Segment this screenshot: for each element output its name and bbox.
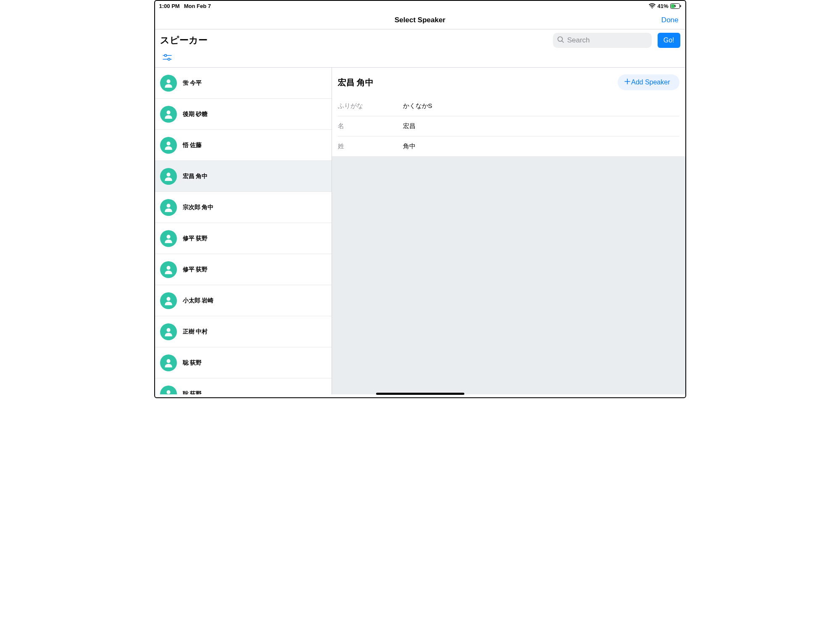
svg-point-17	[166, 328, 170, 332]
status-time: 1:00 PM	[159, 3, 180, 9]
status-bar: 1:00 PM Mon Feb 7 41%	[155, 1, 685, 11]
search-box[interactable]	[553, 33, 652, 48]
detail-label: ふりがな	[338, 102, 403, 110]
speaker-name: 悟 佐藤	[183, 142, 202, 149]
detail-title: 宏昌 角中	[338, 77, 374, 88]
svg-point-16	[166, 297, 170, 301]
speaker-name: 修平 荻野	[183, 235, 208, 242]
avatar-icon	[160, 292, 177, 309]
sub-header: スピーカー Go!	[155, 29, 685, 48]
list-item[interactable]: 宏昌 角中	[155, 161, 332, 192]
list-item[interactable]: 後期 砂糖	[155, 99, 332, 130]
svg-point-9	[166, 79, 170, 83]
list-item[interactable]: 蛍 今平	[155, 68, 332, 99]
svg-point-6	[164, 55, 166, 57]
section-title: スピーカー	[160, 34, 208, 47]
svg-point-19	[166, 390, 170, 394]
svg-point-14	[166, 235, 170, 239]
list-item[interactable]: 正樹 中村	[155, 316, 332, 347]
detail-value: 宏昌	[403, 122, 416, 130]
avatar-icon	[160, 168, 177, 185]
list-item[interactable]: 修平 荻野	[155, 223, 332, 254]
list-item[interactable]: 宗次郎 角中	[155, 192, 332, 223]
avatar-icon	[160, 230, 177, 247]
list-item[interactable]: 修平 荻野	[155, 254, 332, 285]
avatar-icon	[160, 261, 177, 278]
detail-label: 名	[338, 122, 403, 130]
avatar-icon	[160, 106, 177, 123]
device-frame: 1:00 PM Mon Feb 7 41% Select Speaker Don…	[154, 0, 686, 398]
wifi-icon	[649, 3, 656, 8]
svg-point-10	[166, 110, 170, 114]
speaker-name: 宗次郎 角中	[183, 204, 214, 211]
add-speaker-button[interactable]: Add Speaker	[618, 74, 679, 90]
list-item[interactable]: 小太郎 岩崎	[155, 285, 332, 316]
battery-icon	[670, 3, 681, 9]
detail-header: 宏昌 角中 Add Speaker	[332, 68, 685, 96]
plus-icon	[624, 79, 630, 86]
detail-value: かくなかS	[403, 102, 432, 110]
add-speaker-label: Add Speaker	[631, 79, 670, 86]
detail-panel: 宏昌 角中 Add Speaker ふりがなかくなかS名宏昌姓角中	[332, 68, 685, 394]
avatar-icon	[160, 75, 177, 92]
svg-point-12	[166, 173, 170, 176]
search-icon	[557, 36, 564, 45]
avatar-icon	[160, 199, 177, 216]
avatar-icon	[160, 354, 177, 371]
content-split: 蛍 今平後期 砂糖悟 佐藤宏昌 角中宗次郎 角中修平 荻野修平 荻野小太郎 岩崎…	[155, 68, 685, 394]
svg-point-11	[166, 142, 170, 145]
list-item[interactable]: 聡 荻野	[155, 378, 332, 394]
speaker-name: 修平 荻野	[183, 266, 208, 273]
detail-value: 角中	[403, 142, 416, 150]
avatar-icon	[160, 386, 177, 395]
svg-point-15	[166, 266, 170, 270]
list-item[interactable]: 悟 佐藤	[155, 130, 332, 161]
speaker-name: 蛍 今平	[183, 79, 202, 87]
svg-point-8	[168, 58, 170, 60]
list-item[interactable]: 聡 荻野	[155, 347, 332, 378]
svg-rect-1	[671, 4, 674, 8]
speaker-name: 後期 砂糖	[183, 110, 208, 118]
speaker-name: 小太郎 岩崎	[183, 297, 214, 304]
svg-point-18	[166, 359, 170, 363]
go-button[interactable]: Go!	[658, 33, 680, 48]
filter-icon[interactable]	[163, 54, 172, 63]
nav-header: Select Speaker Done	[155, 11, 685, 29]
detail-row: 姓角中	[338, 136, 679, 156]
page-title: Select Speaker	[395, 16, 445, 24]
avatar-icon	[160, 323, 177, 340]
home-indicator	[376, 393, 464, 395]
speaker-list[interactable]: 蛍 今平後期 砂糖悟 佐藤宏昌 角中宗次郎 角中修平 荻野修平 荻野小太郎 岩崎…	[155, 68, 332, 394]
detail-row: 名宏昌	[338, 116, 679, 136]
speaker-name: 聡 荻野	[183, 359, 202, 367]
avatar-icon	[160, 137, 177, 154]
filter-row	[155, 48, 685, 68]
status-battery-percent: 41%	[657, 3, 668, 9]
detail-row: ふりがなかくなかS	[338, 96, 679, 116]
speaker-name: 聡 荻野	[183, 390, 202, 395]
search-input[interactable]	[567, 36, 656, 45]
status-date: Mon Feb 7	[184, 3, 211, 9]
detail-label: 姓	[338, 142, 403, 150]
detail-section: ふりがなかくなかS名宏昌姓角中	[332, 96, 685, 156]
svg-line-4	[562, 41, 564, 42]
svg-point-13	[166, 204, 170, 207]
speaker-name: 正樹 中村	[183, 328, 208, 336]
done-button[interactable]: Done	[661, 16, 679, 24]
svg-rect-2	[680, 5, 681, 7]
detail-empty-area	[332, 156, 685, 394]
speaker-name: 宏昌 角中	[183, 173, 208, 180]
